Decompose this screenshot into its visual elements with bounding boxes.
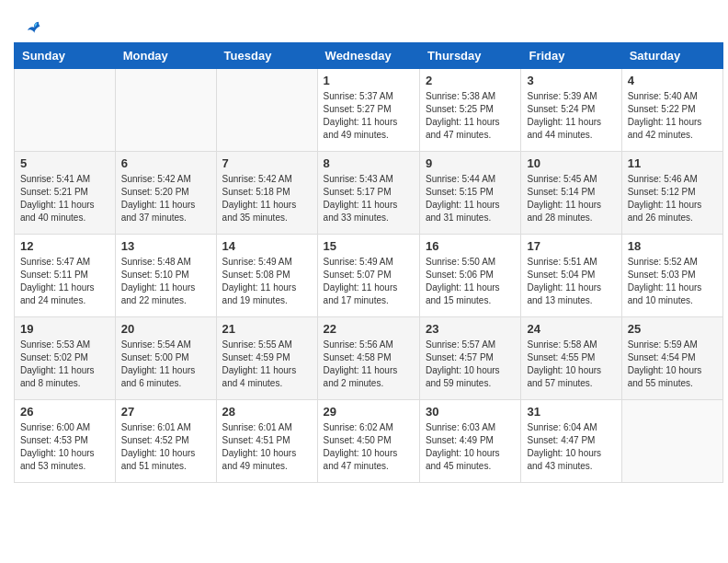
day-info: Sunrise: 5:42 AM Sunset: 5:18 PM Dayligh…: [222, 173, 312, 224]
day-number: 23: [426, 322, 515, 336]
day-info: Sunrise: 5:50 AM Sunset: 5:06 PM Dayligh…: [426, 256, 515, 307]
calendar-cell: 5Sunrise: 5:41 AM Sunset: 5:21 PM Daylig…: [15, 152, 116, 235]
day-info: Sunrise: 6:01 AM Sunset: 4:52 PM Dayligh…: [121, 421, 210, 473]
calendar-cell: 4Sunrise: 5:40 AM Sunset: 5:22 PM Daylig…: [621, 69, 722, 152]
day-number: 4: [628, 74, 717, 87]
calendar-cell: 31Sunrise: 6:04 AM Sunset: 4:47 PM Dayli…: [521, 400, 621, 483]
day-number: 18: [628, 239, 717, 253]
calendar-cell: 11Sunrise: 5:46 AM Sunset: 5:12 PM Dayli…: [621, 152, 722, 235]
day-number: 31: [527, 405, 615, 419]
day-info: Sunrise: 6:01 AM Sunset: 4:51 PM Dayligh…: [222, 421, 312, 473]
calendar-cell: [15, 69, 116, 152]
calendar-cell: 25Sunrise: 5:59 AM Sunset: 4:54 PM Dayli…: [621, 317, 722, 400]
calendar-cell: 22Sunrise: 5:56 AM Sunset: 4:58 PM Dayli…: [317, 317, 419, 400]
day-info: Sunrise: 5:51 AM Sunset: 5:04 PM Dayligh…: [527, 256, 615, 307]
calendar-cell: 21Sunrise: 5:55 AM Sunset: 4:59 PM Dayli…: [216, 317, 317, 400]
day-number: 12: [20, 239, 109, 253]
calendar-week-row: 12Sunrise: 5:47 AM Sunset: 5:11 PM Dayli…: [15, 235, 723, 317]
day-info: Sunrise: 5:43 AM Sunset: 5:17 PM Dayligh…: [324, 173, 414, 224]
day-info: Sunrise: 5:55 AM Sunset: 4:59 PM Dayligh…: [222, 339, 312, 390]
day-number: 16: [426, 239, 515, 253]
calendar-header-tuesday: Tuesday: [216, 43, 317, 69]
calendar-cell: 12Sunrise: 5:47 AM Sunset: 5:11 PM Dayli…: [15, 235, 116, 317]
day-number: 25: [628, 322, 717, 336]
day-number: 19: [20, 322, 109, 336]
day-number: 27: [121, 405, 210, 419]
day-info: Sunrise: 6:00 AM Sunset: 4:53 PM Dayligh…: [20, 421, 109, 473]
calendar-cell: 20Sunrise: 5:54 AM Sunset: 5:00 PM Dayli…: [115, 317, 216, 400]
calendar-cell: 1Sunrise: 5:37 AM Sunset: 5:27 PM Daylig…: [317, 69, 419, 152]
calendar-cell: 15Sunrise: 5:49 AM Sunset: 5:07 PM Dayli…: [317, 235, 419, 317]
calendar-header-row: SundayMondayTuesdayWednesdayThursdayFrid…: [15, 43, 723, 69]
logo-bird-icon: [25, 18, 41, 35]
day-info: Sunrise: 5:42 AM Sunset: 5:20 PM Dayligh…: [121, 173, 210, 224]
day-number: 1: [324, 74, 414, 87]
day-number: 5: [20, 156, 109, 170]
calendar-header-thursday: Thursday: [420, 43, 521, 69]
calendar-cell: 16Sunrise: 5:50 AM Sunset: 5:06 PM Dayli…: [420, 235, 521, 317]
day-number: 24: [527, 322, 615, 336]
page-header: [9, 9, 719, 42]
day-info: Sunrise: 5:48 AM Sunset: 5:10 PM Dayligh…: [121, 256, 210, 307]
calendar-cell: 17Sunrise: 5:51 AM Sunset: 5:04 PM Dayli…: [521, 235, 621, 317]
calendar-week-row: 5Sunrise: 5:41 AM Sunset: 5:21 PM Daylig…: [15, 152, 723, 235]
day-info: Sunrise: 5:45 AM Sunset: 5:14 PM Dayligh…: [527, 173, 615, 224]
day-info: Sunrise: 5:57 AM Sunset: 4:57 PM Dayligh…: [426, 339, 515, 390]
calendar-cell: 2Sunrise: 5:38 AM Sunset: 5:25 PM Daylig…: [420, 69, 521, 152]
calendar-cell: 28Sunrise: 6:01 AM Sunset: 4:51 PM Dayli…: [216, 400, 317, 483]
day-number: 6: [121, 156, 210, 170]
day-info: Sunrise: 5:38 AM Sunset: 5:25 PM Dayligh…: [426, 90, 515, 142]
calendar-header-saturday: Saturday: [621, 43, 722, 69]
day-info: Sunrise: 5:53 AM Sunset: 5:02 PM Dayligh…: [20, 339, 109, 390]
day-number: 13: [121, 239, 210, 253]
day-number: 20: [121, 322, 210, 336]
day-info: Sunrise: 5:46 AM Sunset: 5:12 PM Dayligh…: [628, 173, 717, 224]
day-number: 26: [20, 405, 109, 419]
calendar-cell: 27Sunrise: 6:01 AM Sunset: 4:52 PM Dayli…: [115, 400, 216, 483]
day-info: Sunrise: 5:56 AM Sunset: 4:58 PM Dayligh…: [324, 339, 414, 390]
calendar-header-sunday: Sunday: [15, 43, 116, 69]
calendar-cell: 6Sunrise: 5:42 AM Sunset: 5:20 PM Daylig…: [115, 152, 216, 235]
calendar-cell: 9Sunrise: 5:44 AM Sunset: 5:15 PM Daylig…: [420, 152, 521, 235]
calendar-cell: 14Sunrise: 5:49 AM Sunset: 5:08 PM Dayli…: [216, 235, 317, 317]
day-number: 10: [527, 156, 615, 170]
day-info: Sunrise: 5:54 AM Sunset: 5:00 PM Dayligh…: [121, 339, 210, 390]
day-info: Sunrise: 5:52 AM Sunset: 5:03 PM Dayligh…: [628, 256, 717, 307]
logo: [23, 18, 41, 35]
day-number: 21: [222, 322, 312, 336]
day-info: Sunrise: 6:04 AM Sunset: 4:47 PM Dayligh…: [527, 421, 615, 473]
day-number: 14: [222, 239, 312, 253]
day-number: 2: [426, 74, 515, 87]
day-info: Sunrise: 5:41 AM Sunset: 5:21 PM Dayligh…: [20, 173, 109, 224]
calendar-cell: 3Sunrise: 5:39 AM Sunset: 5:24 PM Daylig…: [521, 69, 621, 152]
calendar-cell: 24Sunrise: 5:58 AM Sunset: 4:55 PM Dayli…: [521, 317, 621, 400]
day-info: Sunrise: 5:49 AM Sunset: 5:07 PM Dayligh…: [324, 256, 414, 307]
calendar-cell: 30Sunrise: 6:03 AM Sunset: 4:49 PM Dayli…: [420, 400, 521, 483]
day-number: 7: [222, 156, 312, 170]
calendar-header-wednesday: Wednesday: [317, 43, 419, 69]
day-info: Sunrise: 5:44 AM Sunset: 5:15 PM Dayligh…: [426, 173, 515, 224]
calendar-week-row: 19Sunrise: 5:53 AM Sunset: 5:02 PM Dayli…: [15, 317, 723, 400]
calendar-week-row: 1Sunrise: 5:37 AM Sunset: 5:27 PM Daylig…: [15, 69, 723, 152]
calendar-cell: [621, 400, 722, 483]
calendar-header-monday: Monday: [115, 43, 216, 69]
day-info: Sunrise: 5:37 AM Sunset: 5:27 PM Dayligh…: [324, 90, 414, 142]
day-number: 17: [527, 239, 615, 253]
day-info: Sunrise: 6:03 AM Sunset: 4:49 PM Dayligh…: [426, 421, 515, 473]
calendar-cell: 8Sunrise: 5:43 AM Sunset: 5:17 PM Daylig…: [317, 152, 419, 235]
calendar-header-friday: Friday: [521, 43, 621, 69]
day-info: Sunrise: 5:49 AM Sunset: 5:08 PM Dayligh…: [222, 256, 312, 307]
calendar-cell: 13Sunrise: 5:48 AM Sunset: 5:10 PM Dayli…: [115, 235, 216, 317]
day-number: 8: [324, 156, 414, 170]
calendar-week-row: 26Sunrise: 6:00 AM Sunset: 4:53 PM Dayli…: [15, 400, 723, 483]
day-info: Sunrise: 5:59 AM Sunset: 4:54 PM Dayligh…: [628, 339, 717, 390]
calendar-cell: 23Sunrise: 5:57 AM Sunset: 4:57 PM Dayli…: [420, 317, 521, 400]
calendar-cell: 29Sunrise: 6:02 AM Sunset: 4:50 PM Dayli…: [317, 400, 419, 483]
day-number: 15: [324, 239, 414, 253]
calendar-cell: 7Sunrise: 5:42 AM Sunset: 5:18 PM Daylig…: [216, 152, 317, 235]
day-number: 29: [324, 405, 414, 419]
day-number: 28: [222, 405, 312, 419]
day-info: Sunrise: 6:02 AM Sunset: 4:50 PM Dayligh…: [324, 421, 414, 473]
calendar-cell: [115, 69, 216, 152]
calendar-cell: 26Sunrise: 6:00 AM Sunset: 4:53 PM Dayli…: [15, 400, 116, 483]
